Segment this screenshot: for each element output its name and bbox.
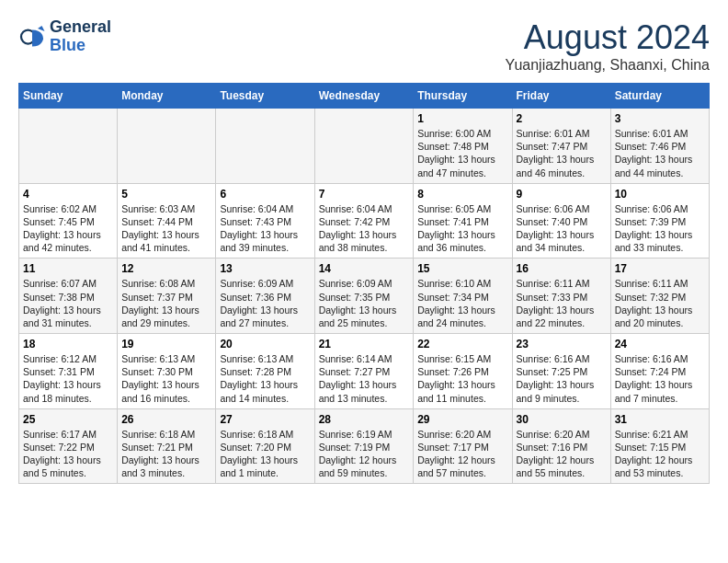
calendar-cell: 10Sunrise: 6:06 AMSunset: 7:39 PMDayligh… [610,183,709,259]
day-info: Sunrise: 6:06 AMSunset: 7:40 PMDaylight:… [517,202,607,255]
day-info: Sunrise: 6:18 AMSunset: 7:21 PMDaylight:… [121,428,211,480]
day-number: 16 [517,262,607,275]
day-info: Sunrise: 6:11 AMSunset: 7:33 PMDaylight:… [517,277,607,329]
day-number: 3 [615,112,705,125]
day-info: Sunrise: 6:07 AMSunset: 7:38 PMDaylight:… [23,277,113,329]
day-info: Sunrise: 6:09 AMSunset: 7:35 PMDaylight:… [319,277,410,329]
header-day-thursday: Thursday [414,84,512,109]
day-info: Sunrise: 6:14 AMSunset: 7:27 PMDaylight:… [319,352,410,405]
calendar-cell: 24Sunrise: 6:16 AMSunset: 7:24 PMDayligh… [610,334,709,409]
day-number: 7 [319,188,410,201]
day-number: 6 [220,188,310,201]
day-info: Sunrise: 6:20 AMSunset: 7:16 PMDaylight:… [517,428,607,480]
day-info: Sunrise: 6:08 AMSunset: 7:37 PMDaylight:… [121,277,211,329]
header-day-monday: Monday [118,84,216,109]
day-info: Sunrise: 6:18 AMSunset: 7:20 PMDaylight:… [220,428,310,480]
day-number: 31 [615,413,705,426]
day-number: 23 [517,338,607,350]
subtitle: Yuanjiazhuang, Shaanxi, China [506,57,710,74]
calendar-cell: 14Sunrise: 6:09 AMSunset: 7:35 PMDayligh… [314,259,414,334]
day-info: Sunrise: 6:00 AMSunset: 7:48 PMDaylight:… [417,127,507,179]
day-number: 30 [517,413,607,426]
calendar-cell [19,109,118,184]
calendar-cell: 2Sunrise: 6:01 AMSunset: 7:47 PMDaylight… [512,109,610,184]
logo-line1: General [50,18,111,37]
calendar-cell: 28Sunrise: 6:19 AMSunset: 7:19 PMDayligh… [314,408,414,484]
header-day-sunday: Sunday [19,84,118,109]
day-info: Sunrise: 6:10 AMSunset: 7:34 PMDaylight:… [417,277,507,329]
calendar-cell: 8Sunrise: 6:05 AMSunset: 7:41 PMDaylight… [414,183,512,259]
day-info: Sunrise: 6:01 AMSunset: 7:47 PMDaylight:… [517,127,607,179]
day-info: Sunrise: 6:19 AMSunset: 7:19 PMDaylight:… [319,428,410,480]
calendar-cell: 4Sunrise: 6:02 AMSunset: 7:45 PMDaylight… [19,183,118,259]
day-number: 19 [121,338,211,350]
day-info: Sunrise: 6:13 AMSunset: 7:30 PMDaylight:… [121,352,211,405]
day-info: Sunrise: 6:06 AMSunset: 7:39 PMDaylight:… [615,202,705,255]
header-day-tuesday: Tuesday [216,84,314,109]
day-info: Sunrise: 6:21 AMSunset: 7:15 PMDaylight:… [615,428,705,480]
calendar-week-3: 11Sunrise: 6:07 AMSunset: 7:38 PMDayligh… [19,259,710,334]
title-block: August 2024 Yuanjiazhuang, Shaanxi, Chin… [506,18,710,74]
calendar-cell: 21Sunrise: 6:14 AMSunset: 7:27 PMDayligh… [314,334,414,409]
day-number: 27 [220,413,310,426]
calendar-cell: 6Sunrise: 6:04 AMSunset: 7:43 PMDaylight… [216,183,314,259]
calendar-cell: 29Sunrise: 6:20 AMSunset: 7:17 PMDayligh… [414,408,512,484]
day-number: 24 [615,338,705,350]
header-day-saturday: Saturday [610,84,709,109]
day-info: Sunrise: 6:09 AMSunset: 7:36 PMDaylight:… [220,277,310,329]
calendar-cell: 15Sunrise: 6:10 AMSunset: 7:34 PMDayligh… [414,259,512,334]
calendar-cell: 11Sunrise: 6:07 AMSunset: 7:38 PMDayligh… [19,259,118,334]
day-info: Sunrise: 6:12 AMSunset: 7:31 PMDaylight:… [23,352,113,405]
header-day-wednesday: Wednesday [314,84,414,109]
calendar-cell: 30Sunrise: 6:20 AMSunset: 7:16 PMDayligh… [512,408,610,484]
calendar-cell: 19Sunrise: 6:13 AMSunset: 7:30 PMDayligh… [118,334,216,409]
day-info: Sunrise: 6:17 AMSunset: 7:22 PMDaylight:… [23,428,113,480]
calendar-cell: 27Sunrise: 6:18 AMSunset: 7:20 PMDayligh… [216,408,314,484]
day-number: 10 [615,188,705,201]
calendar-week-5: 25Sunrise: 6:17 AMSunset: 7:22 PMDayligh… [19,408,710,484]
day-number: 2 [517,112,607,125]
calendar-cell: 7Sunrise: 6:04 AMSunset: 7:42 PMDaylight… [314,183,414,259]
calendar-cell: 13Sunrise: 6:09 AMSunset: 7:36 PMDayligh… [216,259,314,334]
calendar-cell: 26Sunrise: 6:18 AMSunset: 7:21 PMDayligh… [118,408,216,484]
calendar-week-4: 18Sunrise: 6:12 AMSunset: 7:31 PMDayligh… [19,334,710,409]
main-title: August 2024 [506,18,710,57]
day-info: Sunrise: 6:11 AMSunset: 7:32 PMDaylight:… [615,277,705,329]
calendar-cell: 18Sunrise: 6:12 AMSunset: 7:31 PMDayligh… [19,334,118,409]
calendar-cell [118,109,216,184]
day-info: Sunrise: 6:20 AMSunset: 7:17 PMDaylight:… [417,428,507,480]
calendar-cell: 12Sunrise: 6:08 AMSunset: 7:37 PMDayligh… [118,259,216,334]
calendar-cell: 25Sunrise: 6:17 AMSunset: 7:22 PMDayligh… [19,408,118,484]
calendar-cell: 1Sunrise: 6:00 AMSunset: 7:48 PMDaylight… [414,109,512,184]
day-number: 28 [319,413,410,426]
day-info: Sunrise: 6:02 AMSunset: 7:45 PMDaylight:… [23,202,113,255]
day-number: 18 [23,338,113,350]
day-info: Sunrise: 6:01 AMSunset: 7:46 PMDaylight:… [615,127,705,179]
day-number: 22 [417,338,507,350]
day-number: 20 [220,338,310,350]
day-info: Sunrise: 6:16 AMSunset: 7:24 PMDaylight:… [615,352,705,405]
calendar-week-2: 4Sunrise: 6:02 AMSunset: 7:45 PMDaylight… [19,183,710,259]
day-info: Sunrise: 6:05 AMSunset: 7:41 PMDaylight:… [417,202,507,255]
calendar-cell: 22Sunrise: 6:15 AMSunset: 7:26 PMDayligh… [414,334,512,409]
calendar-week-1: 1Sunrise: 6:00 AMSunset: 7:48 PMDaylight… [19,109,710,184]
logo-text: General Blue [50,18,111,55]
day-number: 29 [417,413,507,426]
day-info: Sunrise: 6:03 AMSunset: 7:44 PMDaylight:… [121,202,211,255]
calendar-cell: 31Sunrise: 6:21 AMSunset: 7:15 PMDayligh… [610,408,709,484]
calendar-cell: 20Sunrise: 6:13 AMSunset: 7:28 PMDayligh… [216,334,314,409]
day-number: 4 [23,188,113,201]
calendar-cell [216,109,314,184]
day-number: 8 [417,188,507,201]
day-number: 17 [615,262,705,275]
calendar-cell: 9Sunrise: 6:06 AMSunset: 7:40 PMDaylight… [512,183,610,259]
calendar-cell: 17Sunrise: 6:11 AMSunset: 7:32 PMDayligh… [610,259,709,334]
day-number: 15 [417,262,507,275]
day-number: 9 [517,188,607,201]
day-number: 11 [23,262,113,275]
calendar-table: SundayMondayTuesdayWednesdayThursdayFrid… [18,83,710,484]
day-info: Sunrise: 6:15 AMSunset: 7:26 PMDaylight:… [417,352,507,405]
logo: General Blue [18,18,111,55]
day-info: Sunrise: 6:16 AMSunset: 7:25 PMDaylight:… [517,352,607,405]
day-info: Sunrise: 6:13 AMSunset: 7:28 PMDaylight:… [220,352,310,405]
